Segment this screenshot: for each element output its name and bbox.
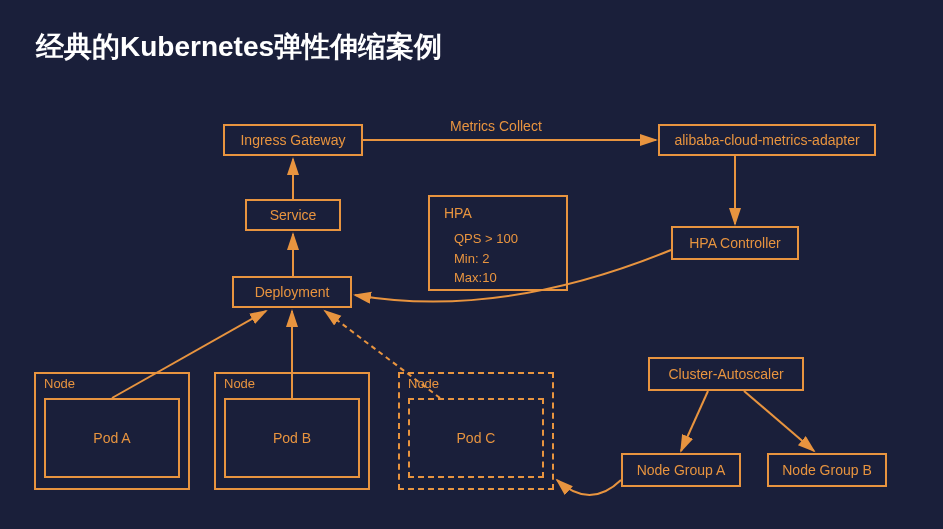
svg-line-8 <box>744 391 814 451</box>
node-a-label: Node <box>44 376 75 391</box>
hpa-qps: QPS > 100 <box>454 229 552 249</box>
metrics-adapter-box: alibaba-cloud-metrics-adapter <box>658 124 876 156</box>
deployment-box: Deployment <box>232 276 352 308</box>
node-group-b-box: Node Group B <box>767 453 887 487</box>
service-box: Service <box>245 199 341 231</box>
node-c-label: Node <box>408 376 439 391</box>
pod-c-box: Pod C <box>408 398 544 478</box>
metrics-collect-label: Metrics Collect <box>450 118 542 134</box>
hpa-label: HPA <box>444 205 552 221</box>
node-b-label: Node <box>224 376 255 391</box>
hpa-min: Min: 2 <box>454 249 552 269</box>
ingress-gateway-box: Ingress Gateway <box>223 124 363 156</box>
hpa-config-box: HPA QPS > 100 Min: 2 Max:10 <box>428 195 568 291</box>
node-group-a-box: Node Group A <box>621 453 741 487</box>
pod-a-box: Pod A <box>44 398 180 478</box>
hpa-controller-box: HPA Controller <box>671 226 799 260</box>
pod-b-box: Pod B <box>224 398 360 478</box>
cluster-autoscaler-box: Cluster-Autoscaler <box>648 357 804 391</box>
svg-line-7 <box>681 391 708 451</box>
hpa-max: Max:10 <box>454 268 552 288</box>
slide-title: 经典的Kubernetes弹性伸缩案例 <box>36 28 442 66</box>
